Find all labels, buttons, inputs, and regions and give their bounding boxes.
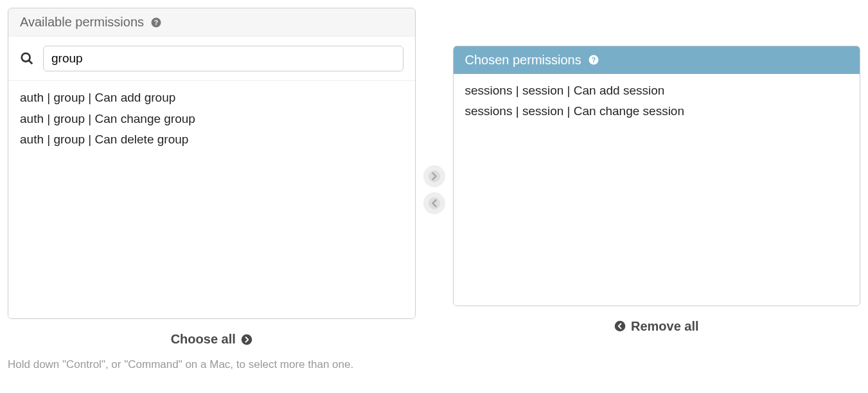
svg-text:?: ? [591, 56, 595, 64]
available-column: Available permissions ? auth | group | C… [8, 8, 416, 371]
search-icon [20, 51, 34, 66]
choose-all-label: Choose all [171, 332, 236, 347]
remove-all-label: Remove all [631, 319, 699, 334]
available-header: Available permissions ? [8, 8, 415, 36]
svg-point-6 [428, 197, 439, 208]
move-left-button[interactable] [423, 192, 445, 214]
list-item[interactable]: auth | group | Can add group [17, 87, 406, 109]
list-item[interactable]: auth | group | Can delete group [17, 129, 406, 151]
chevron-left-circle-icon [614, 320, 626, 332]
help-icon[interactable]: ? [150, 17, 162, 28]
arrow-right-icon [428, 170, 441, 183]
available-listbox[interactable]: auth | group | Can add groupauth | group… [8, 80, 415, 318]
move-right-button[interactable] [423, 165, 445, 187]
chosen-title: Chosen permissions [465, 53, 581, 68]
svg-point-9 [615, 321, 626, 332]
available-panel: Available permissions ? auth | group | C… [8, 8, 416, 319]
filter-input[interactable] [43, 46, 403, 71]
svg-text:?: ? [154, 18, 158, 26]
svg-point-4 [242, 334, 252, 345]
svg-line-3 [29, 60, 33, 64]
list-item[interactable]: sessions | session | Can add session [463, 80, 851, 102]
chosen-column: Chosen permissions ? sessions | session … [453, 46, 861, 334]
arrow-left-icon [428, 197, 441, 210]
choose-all-link[interactable]: Choose all [8, 332, 416, 347]
svg-point-2 [22, 53, 30, 62]
filter-row [8, 36, 415, 80]
svg-point-5 [428, 170, 439, 181]
list-item[interactable]: sessions | session | Can change session [463, 101, 851, 122]
help-icon[interactable]: ? [588, 54, 599, 66]
chevron-right-circle-icon [241, 334, 252, 345]
permissions-selector: Available permissions ? auth | group | C… [8, 8, 860, 371]
transfer-buttons [423, 165, 445, 214]
help-text: Hold down "Control", or "Command" on a M… [8, 358, 416, 371]
remove-all-link[interactable]: Remove all [453, 319, 861, 334]
chosen-listbox[interactable]: sessions | session | Can add sessionsess… [454, 74, 860, 306]
available-title: Available permissions [20, 15, 144, 30]
chosen-panel: Chosen permissions ? sessions | session … [453, 46, 861, 306]
chosen-header: Chosen permissions ? [454, 46, 860, 74]
list-item[interactable]: auth | group | Can change group [17, 109, 406, 130]
